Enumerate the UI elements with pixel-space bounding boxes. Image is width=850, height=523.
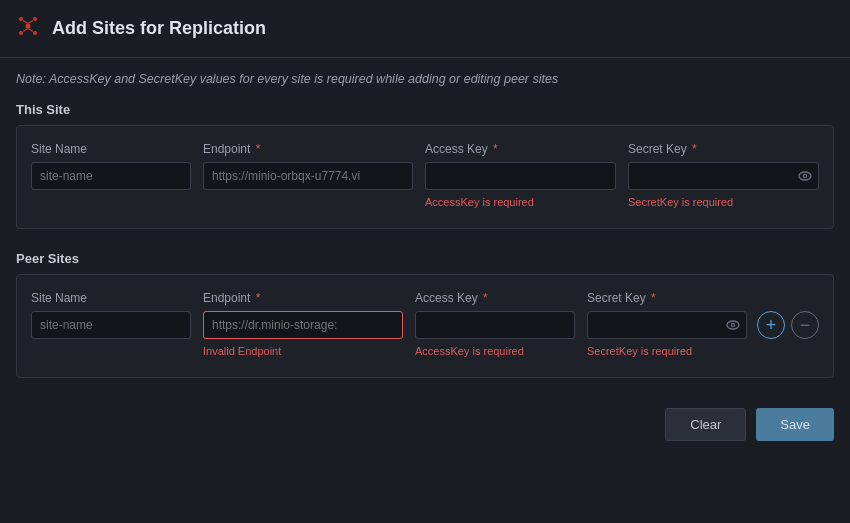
- svg-point-11: [727, 321, 739, 329]
- peer-access-key-group: Access Key * AccessKey is required: [415, 291, 575, 361]
- svg-point-12: [731, 323, 734, 326]
- peer-fields: Site Name Endpoint * Invalid Endpoint Ac…: [31, 291, 747, 361]
- replication-icon: [16, 14, 40, 43]
- this-endpoint-error: [203, 196, 413, 212]
- this-secret-key-error: SecretKey is required: [628, 196, 819, 212]
- this-site-label: This Site: [0, 96, 850, 125]
- this-endpoint-label: Endpoint *: [203, 142, 413, 156]
- peer-endpoint-error: Invalid Endpoint: [203, 345, 403, 357]
- save-button[interactable]: Save: [756, 408, 834, 441]
- peer-secret-key-input-wrapper: [587, 311, 747, 339]
- peer-site-name-label: Site Name: [31, 291, 191, 305]
- peer-sites-card: Site Name Endpoint * Invalid Endpoint Ac…: [16, 274, 834, 378]
- this-access-key-label: Access Key *: [425, 142, 616, 156]
- this-secret-key-input-wrapper: [628, 162, 819, 190]
- peer-endpoint-group: Endpoint * Invalid Endpoint: [203, 291, 403, 357]
- svg-point-0: [26, 24, 31, 29]
- peer-site-name-input[interactable]: [31, 311, 191, 339]
- peer-secret-key-group: Secret Key * SecretKey is required: [587, 291, 747, 361]
- peer-actions: + −: [757, 291, 819, 339]
- footer: Clear Save: [0, 394, 850, 455]
- peer-site-name-group: Site Name: [31, 291, 191, 361]
- svg-line-7: [23, 29, 28, 32]
- peer-secret-key-input[interactable]: [587, 311, 747, 339]
- svg-point-1: [19, 17, 23, 21]
- peer-access-key-input[interactable]: [415, 311, 575, 339]
- this-site-name-label: Site Name: [31, 142, 191, 156]
- peer-access-key-label: Access Key *: [415, 291, 575, 305]
- this-secret-key-group: Secret Key * SecretKey is required: [628, 142, 819, 212]
- svg-point-3: [19, 31, 23, 35]
- this-site-name-error: [31, 196, 191, 212]
- svg-line-8: [28, 29, 33, 32]
- this-site-name-group: Site Name: [31, 142, 191, 212]
- peer-endpoint-label: Endpoint *: [203, 291, 403, 305]
- svg-point-4: [33, 31, 37, 35]
- this-access-key-error: AccessKey is required: [425, 196, 616, 212]
- svg-line-6: [28, 21, 33, 24]
- svg-point-10: [803, 174, 806, 177]
- peer-endpoint-input[interactable]: [203, 311, 403, 339]
- this-secret-key-toggle[interactable]: [797, 168, 813, 184]
- page-title: Add Sites for Replication: [52, 18, 266, 39]
- clear-button[interactable]: Clear: [665, 408, 746, 441]
- svg-point-2: [33, 17, 37, 21]
- this-access-key-group: Access Key * AccessKey is required: [425, 142, 616, 212]
- peer-secret-key-label: Secret Key *: [587, 291, 747, 305]
- note-text: Note: AccessKey and SecretKey values for…: [0, 58, 850, 96]
- page-header: Add Sites for Replication: [0, 0, 850, 58]
- this-access-key-input[interactable]: [425, 162, 616, 190]
- peer-secret-key-toggle[interactable]: [725, 317, 741, 333]
- add-peer-button[interactable]: +: [757, 311, 785, 339]
- peer-secret-key-error: SecretKey is required: [587, 345, 747, 361]
- svg-line-5: [23, 21, 28, 24]
- peer-site-name-error: [31, 345, 191, 361]
- remove-peer-button[interactable]: −: [791, 311, 819, 339]
- peer-row: Site Name Endpoint * Invalid Endpoint Ac…: [31, 291, 819, 361]
- peer-sites-label: Peer Sites: [0, 245, 850, 274]
- this-secret-key-input[interactable]: [628, 162, 819, 190]
- this-endpoint-input[interactable]: [203, 162, 413, 190]
- peer-access-key-error: AccessKey is required: [415, 345, 575, 361]
- this-site-name-input[interactable]: [31, 162, 191, 190]
- svg-point-9: [799, 172, 811, 180]
- this-site-card: Site Name Endpoint * Access Key * Access…: [16, 125, 834, 229]
- this-secret-key-label: Secret Key *: [628, 142, 819, 156]
- this-endpoint-group: Endpoint *: [203, 142, 413, 212]
